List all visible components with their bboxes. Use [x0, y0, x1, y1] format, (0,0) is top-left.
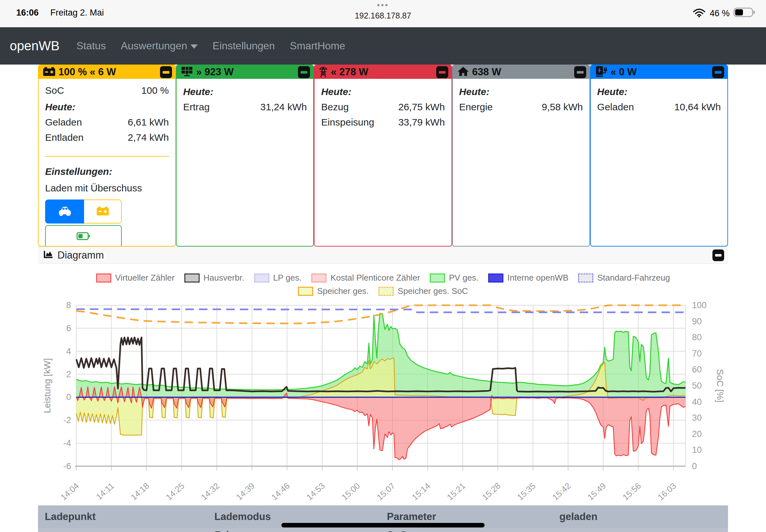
legend-item[interactable]: Speicher ges. SoC — [378, 286, 468, 296]
nav-item-smarthome[interactable]: SmartHome — [290, 40, 345, 52]
svg-text:20: 20 — [692, 429, 702, 439]
solar-panel-icon — [181, 67, 193, 78]
svg-text:15:35: 15:35 — [516, 481, 538, 502]
svg-text:40: 40 — [692, 397, 702, 407]
card-evu-header: « 278 W — [314, 65, 451, 79]
home-indicator — [281, 523, 485, 527]
svg-text:90: 90 — [692, 317, 702, 326]
car-battery-yellow-icon — [97, 207, 109, 216]
row-value: 2,74 kWh — [128, 130, 169, 145]
collapse-diagram-button[interactable] — [712, 249, 724, 261]
row-label: Entladen — [45, 130, 83, 145]
chart-area-icon — [43, 250, 53, 260]
card-ladepunkt: « 0 W Heute: Geladen10,64 kWh — [590, 65, 728, 247]
car-battery-icon — [43, 67, 55, 77]
row-label: Geladen — [597, 99, 634, 115]
wifi-icon — [693, 7, 706, 19]
row-label: Geladen — [45, 115, 82, 130]
legend-swatch — [96, 273, 111, 283]
legend-label: Virtueller Zähler — [115, 273, 175, 283]
nav-item-status[interactable]: Status — [76, 40, 106, 52]
svg-text:14:32: 14:32 — [199, 481, 221, 502]
svg-text:14:46: 14:46 — [269, 481, 291, 502]
value-row: Entladen2,74 kWh — [45, 130, 169, 145]
heute-label: Heute: — [597, 84, 721, 99]
legend-label: Standard-Fahrzeug — [597, 273, 670, 283]
legend-swatch — [254, 273, 269, 283]
legend-item[interactable]: PV ges. — [430, 273, 479, 283]
priority-vehicle-button[interactable] — [45, 199, 84, 224]
legend-item[interactable]: LP ges. — [254, 273, 302, 283]
card-speicher-header: 100 % « 6 W — [39, 65, 175, 79]
svg-text:15:21: 15:21 — [445, 481, 467, 502]
legend-item[interactable]: Hausverbr. — [184, 273, 244, 283]
svg-text:-2: -2 — [63, 415, 71, 425]
col-lademodus: Lademodus — [211, 511, 383, 523]
card-ladepunkt-body: Heute: Geladen10,64 kWh — [591, 79, 727, 246]
legend-label: LP ges. — [273, 273, 302, 283]
legend-item[interactable]: Standard-Fahrzeug — [578, 273, 670, 283]
legend-swatch — [578, 273, 593, 283]
chart-legend: Virtueller ZählerHausverbr.LP ges.Kostal… — [38, 273, 728, 296]
card-hausverbrauch-header: 638 W — [453, 65, 590, 79]
priority-battery-button[interactable] — [84, 199, 122, 224]
svg-text:14:11: 14:11 — [94, 481, 116, 502]
legend-item[interactable]: Interne openWB — [488, 273, 568, 283]
card-hausverbrauch-power: 638 W — [472, 66, 571, 78]
navbar: openWB Status Auswertungen Einstellungen… — [0, 27, 766, 65]
svg-text:2: 2 — [66, 369, 71, 379]
svg-text:SoC [%]: SoC [%] — [715, 369, 725, 403]
charging-station-icon — [595, 66, 607, 79]
ios-status-bar: 16:06 Freitag 2. Mai ••• 192.168.178.87 … — [0, 0, 766, 27]
address-url[interactable]: 192.168.178.87 — [0, 11, 766, 20]
svg-text:0: 0 — [66, 392, 71, 402]
row-label: Einspeisung — [321, 115, 374, 130]
value-row: Ertrag31,24 kWh — [183, 99, 307, 115]
battery-percent-label: 46 % — [710, 8, 730, 18]
card-hausverbrauch-body: Heute: Energie9,58 kWh — [453, 79, 590, 246]
legend-item[interactable]: Virtueller Zähler — [96, 273, 175, 283]
legend-swatch — [311, 273, 326, 283]
table-subheader-row: Fahrzeug SoC — [38, 528, 728, 532]
legend-item[interactable]: Kostal Plenticore Zähler — [311, 273, 420, 283]
svg-text:70: 70 — [692, 349, 702, 358]
house-icon — [457, 67, 469, 78]
brand-openwb[interactable]: openWB — [10, 39, 59, 53]
svg-text:15:49: 15:49 — [586, 481, 608, 502]
svg-text:80: 80 — [692, 333, 702, 342]
legend-label: Hausverbr. — [203, 273, 244, 283]
collapse-evu-button[interactable] — [436, 66, 448, 78]
card-speicher: 100 % « 6 W SoC100 % Heute: Geladen6,61 … — [38, 65, 176, 247]
collapse-ladepunkt-button[interactable] — [712, 66, 724, 78]
svg-text:4: 4 — [66, 346, 71, 356]
legend-item[interactable]: Speicher ges. — [298, 286, 369, 296]
chevron-down-icon — [190, 44, 198, 49]
tab-dots-icon: ••• — [0, 1, 766, 9]
svg-text:14:18: 14:18 — [129, 481, 151, 502]
battery-soc-button[interactable] — [45, 225, 122, 247]
collapse-speicher-button[interactable] — [160, 66, 172, 78]
car-icon — [57, 205, 72, 218]
value-row: Geladen6,61 kWh — [45, 115, 169, 130]
heute-label: Heute: — [459, 84, 583, 99]
svg-text:15:00: 15:00 — [339, 481, 361, 502]
heute-label: Heute: — [45, 99, 169, 115]
col-ladepunkt: Ladepunkt — [38, 511, 211, 523]
collapse-pv-button[interactable] — [298, 66, 310, 78]
card-evu-power: « 278 W — [331, 66, 433, 78]
svg-text:15:28: 15:28 — [480, 481, 502, 502]
col-geladen: geladen — [556, 511, 728, 523]
svg-text:15:42: 15:42 — [551, 481, 573, 502]
legend-swatch — [298, 287, 313, 296]
nav-item-einstellungen[interactable]: Einstellungen — [213, 40, 275, 52]
diagram-panel: Diagramm Virtueller ZählerHausverbr.LP g… — [38, 247, 728, 503]
diagram-title: Diagramm — [57, 249, 708, 261]
collapse-hausverbrauch-button[interactable] — [574, 66, 586, 78]
battery-half-icon — [77, 232, 90, 241]
row-value: 33,79 kWh — [398, 115, 445, 130]
value-row: Bezug26,75 kWh — [321, 99, 445, 115]
row-value: 31,24 kWh — [260, 99, 307, 115]
nav-item-auswertungen[interactable]: Auswertungen — [121, 40, 198, 52]
card-ladepunkt-power: « 0 W — [611, 66, 709, 78]
svg-text:8: 8 — [66, 301, 71, 310]
